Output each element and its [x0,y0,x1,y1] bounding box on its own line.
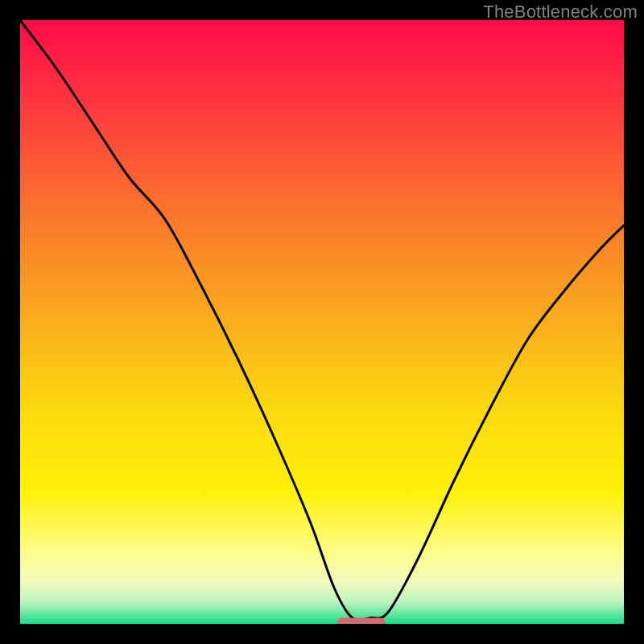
chart-svg [20,20,624,624]
gradient-background [20,20,624,624]
chart-frame: TheBottleneck.com [0,0,644,644]
plot-area [20,20,624,624]
optimal-marker [337,618,386,625]
watermark-text: TheBottleneck.com [483,2,638,23]
